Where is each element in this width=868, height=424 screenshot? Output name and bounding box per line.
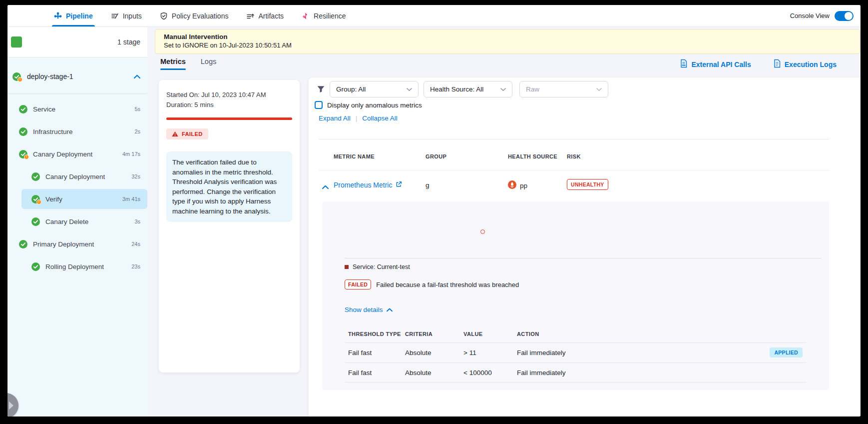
fail-reason-row: FAILED Failed because a fail-fast thresh… (345, 280, 519, 290)
divider (319, 170, 829, 170)
log-links: External API Calls Execution Logs (680, 59, 837, 70)
chevron-up-icon[interactable] (134, 72, 140, 81)
chevron-down-icon (500, 86, 506, 93)
success-check-icon (19, 105, 27, 114)
step-label: Canary Deployment (33, 150, 92, 158)
success-warning-icon: ! (31, 195, 40, 204)
stage-label: deploy-stage-1 (27, 72, 73, 80)
step-duration: 3m 41s (122, 196, 140, 202)
step-canary-deployment-group[interactable]: ! Canary Deployment 4m 17s (7, 144, 147, 164)
threshold-criteria: Absolute (405, 349, 463, 356)
threshold-row: Fail fast Absolute > 11 Fail immediately… (345, 342, 807, 362)
applied-badge: APPLIED (770, 348, 803, 358)
threshold-row: Fail fast Absolute < 100000 Fail immedia… (345, 362, 807, 382)
divider (319, 139, 829, 140)
step-label: Primary Deployment (33, 240, 94, 248)
divider (7, 94, 147, 94)
threshold-table-header: THRESHOLD TYPE CRITERIA VALUE ACTION (345, 326, 807, 342)
legend-label: Service: Current-test (353, 264, 410, 270)
started-on-text: Started On: Jul 10, 2023 10:47 AM (166, 90, 292, 100)
verification-message: The verification failed due to anomalies… (166, 152, 292, 222)
metric-group-value: g (426, 182, 430, 189)
anomalous-metrics-checkbox-row[interactable]: Display only anomalous metrics (315, 101, 422, 109)
api-document-icon (680, 59, 688, 70)
failed-status-badge: FAILED (166, 128, 208, 140)
external-api-calls-link[interactable]: External API Calls (680, 59, 751, 70)
column-header-risk: RISK (567, 154, 581, 160)
console-view-control: Console View (790, 5, 861, 26)
filter-funnel-icon[interactable] (317, 85, 325, 96)
column-header-criteria: CRITERIA (405, 331, 463, 337)
chevron-down-icon (407, 86, 412, 93)
tab-logs[interactable]: Logs (201, 58, 216, 70)
step-service[interactable]: Service 5s (7, 99, 147, 119)
tab-metrics[interactable]: Metrics (160, 58, 186, 70)
prometheus-icon (508, 180, 516, 190)
execution-logs-link[interactable]: Execution Logs (773, 59, 837, 70)
threshold-value: > 11 (463, 349, 517, 356)
tab-resilience[interactable]: Resilience (302, 5, 346, 26)
metric-health-source: pp (508, 180, 527, 190)
stage-tree: ! deploy-stage-1 Service 5s Infrastructu… (7, 58, 147, 416)
dropdown-value: Group: All (336, 86, 366, 93)
health-source-label: pp (520, 182, 527, 190)
column-header-threshold-type: THRESHOLD TYPE (345, 331, 405, 337)
top-navigation-bar: Pipeline Inputs Policy Evaluations Artif… (7, 5, 861, 27)
step-canary-delete[interactable]: Canary Delete 3s (7, 212, 147, 232)
threshold-type: Fail fast (345, 369, 405, 376)
expand-all-link[interactable]: Expand All (319, 114, 351, 122)
column-header-group: GROUP (426, 154, 446, 160)
dropdown-value: Raw (526, 86, 539, 93)
failed-badge-label: FAILED (182, 131, 203, 137)
document-icon (773, 59, 781, 70)
metric-name-label: Prometheus Metric (334, 181, 392, 189)
threshold-table: THRESHOLD TYPE CRITERIA VALUE ACTION Fai… (345, 326, 807, 382)
tab-label: Policy Evaluations (172, 12, 229, 20)
collapse-row-chevron-up-icon[interactable] (322, 182, 329, 192)
step-canary-deployment[interactable]: Canary Deployment 32s (7, 166, 147, 186)
chart-legend: Service: Current-test (345, 264, 410, 270)
risk-badge-unhealthy: UNHEALTHY (567, 179, 608, 190)
chevron-down-icon (596, 86, 602, 93)
step-label: Service (33, 106, 55, 113)
show-details-label: Show details (345, 306, 383, 314)
screenshot-frame: Pipeline Inputs Policy Evaluations Artif… (0, 0, 868, 424)
group-filter-dropdown[interactable]: Group: All (330, 81, 419, 98)
manual-intervention-banner: Manual Intervention Set to IGNORE on 10-… (155, 29, 860, 54)
anomalous-data-point[interactable] (480, 230, 485, 234)
tab-artifacts[interactable]: Artifacts (246, 5, 284, 26)
success-check-icon (31, 262, 40, 271)
collapse-all-link[interactable]: Collapse All (362, 114, 398, 122)
stage-count: 1 stage (117, 38, 140, 46)
step-label: Rolling Deployment (45, 263, 104, 270)
tab-inputs[interactable]: Inputs (111, 5, 142, 26)
chart-x-axis (345, 258, 822, 258)
step-verify[interactable]: ! Verify 3m 41s (21, 189, 147, 209)
console-view-toggle[interactable] (835, 11, 854, 21)
step-primary-deployment[interactable]: Primary Deployment 24s (7, 234, 147, 254)
checkbox-unchecked[interactable] (315, 101, 323, 109)
step-rolling-deployment[interactable]: Rolling Deployment 23s (7, 256, 147, 276)
threshold-value: < 100000 (463, 369, 517, 376)
threshold-type: Fail fast (345, 349, 405, 356)
stage-deploy-stage-1[interactable]: ! deploy-stage-1 (7, 66, 147, 86)
warning-dot-icon: ! (24, 154, 29, 160)
raw-filter-dropdown[interactable]: Raw (519, 81, 608, 98)
warning-dot-icon: ! (36, 200, 41, 204)
step-infrastructure[interactable]: Infrastructure 2s (7, 122, 147, 142)
warning-dot-icon: ! (17, 77, 22, 82)
step-duration: 4m 17s (122, 151, 140, 157)
execution-nav-tabs: Pipeline Inputs Policy Evaluations Artif… (7, 5, 346, 26)
warning-triangle-icon (172, 131, 178, 137)
health-source-filter-dropdown[interactable]: Health Source: All (424, 81, 512, 98)
step-label: Infrastructure (33, 128, 73, 136)
tab-pipeline[interactable]: Pipeline (54, 5, 93, 26)
column-header-metric-name: METRIC NAME (334, 154, 375, 160)
step-duration: 2s (134, 128, 140, 134)
step-duration: 24s (131, 241, 140, 247)
metric-name-link[interactable]: Prometheus Metric (334, 181, 402, 189)
show-details-link[interactable]: Show details (345, 306, 393, 314)
tab-policy-evaluations[interactable]: Policy Evaluations (160, 5, 229, 26)
step-duration: 23s (131, 264, 140, 270)
execution-sidebar: 1 stage ! deploy-stage-1 Service 5s (7, 27, 147, 416)
